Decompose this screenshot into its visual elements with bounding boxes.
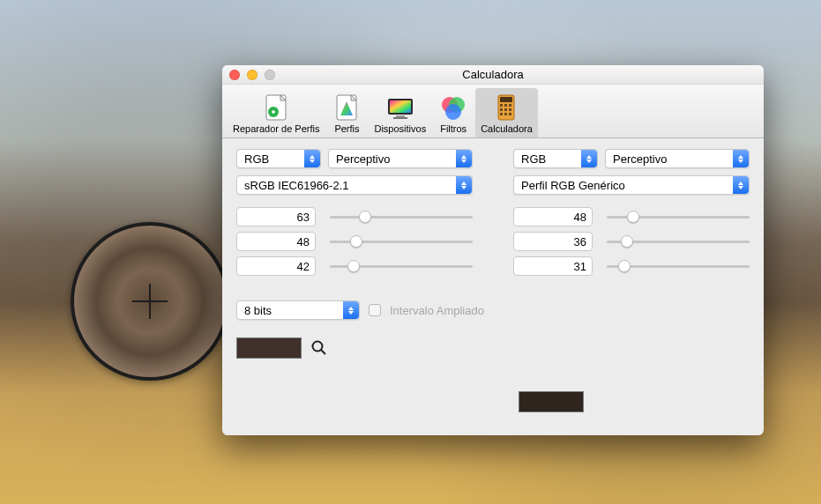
zoom-icon — [265, 70, 275, 80]
target-color-swatch — [519, 391, 584, 412]
titlebar: Calculadora — [222, 65, 764, 85]
profile-first-aid-icon — [259, 92, 293, 123]
toolbar-label: Calculadora — [481, 123, 533, 134]
target-profile-select[interactable]: Perfil RGB Genérico — [513, 175, 750, 195]
eyedropper-button[interactable] — [310, 339, 328, 357]
select-value: Perceptivo — [336, 152, 390, 166]
bit-depth-select[interactable]: 8 bits — [236, 300, 360, 320]
extended-range-checkbox[interactable] — [369, 304, 381, 316]
target-column: RGB Perceptivo Perfil RGB Genérico 48 3 — [513, 149, 750, 276]
toolbar-item-profiles[interactable]: Perfis — [325, 88, 369, 137]
color-loupe[interactable] — [71, 222, 229, 381]
svg-rect-18 — [500, 113, 503, 115]
toolbar-item-profile-first-aid[interactable]: Reparador de Perfis — [228, 88, 325, 137]
profiles-icon — [330, 92, 363, 123]
toolbar-label: Reparador de Perfis — [233, 123, 319, 134]
select-value: sRGB IEC61966-2.1 — [244, 179, 349, 192]
target-value-1-input[interactable]: 36 — [513, 232, 593, 251]
calculator-window: Calculadora Reparador de Perfis Perfis D… — [222, 65, 764, 435]
source-column: RGB Perceptivo sRGB IEC61966-2.1 63 48 — [236, 149, 473, 276]
filters-icon — [437, 92, 470, 123]
source-value-0-slider[interactable] — [330, 208, 473, 226]
select-value: 8 bits — [244, 304, 272, 317]
toolbar-label: Filtros — [440, 123, 466, 134]
svg-rect-19 — [504, 113, 507, 115]
source-intent-select[interactable]: Perceptivo — [328, 149, 473, 168]
svg-rect-20 — [509, 113, 511, 115]
source-color-swatch — [236, 337, 302, 359]
toolbar-item-calculator[interactable]: Calculadora — [475, 88, 538, 137]
extended-range-label: Intervalo Ampliado — [390, 304, 484, 317]
toolbar-label: Perfis — [334, 123, 359, 134]
svg-rect-17 — [509, 108, 511, 111]
target-value-1-slider[interactable] — [607, 233, 750, 250]
source-value-1-slider[interactable] — [330, 233, 473, 250]
svg-rect-12 — [500, 104, 503, 107]
target-value-2-slider[interactable] — [607, 257, 750, 275]
select-value: Perfil RGB Genérico — [521, 179, 625, 192]
source-value-2-input[interactable]: 42 — [236, 256, 316, 276]
calculator-icon — [489, 92, 523, 123]
target-mode-select[interactable]: RGB — [513, 149, 598, 168]
svg-rect-13 — [504, 104, 507, 107]
svg-rect-4 — [390, 100, 411, 113]
toolbar-item-devices[interactable]: Dispositivos — [369, 88, 431, 137]
source-value-0-input[interactable]: 63 — [236, 207, 316, 226]
minimize-icon[interactable] — [247, 70, 257, 80]
source-profile-select[interactable]: sRGB IEC61966-2.1 — [236, 175, 473, 195]
svg-point-9 — [445, 104, 461, 120]
select-value: RGB — [244, 152, 269, 166]
svg-rect-6 — [393, 117, 407, 119]
toolbar: Reparador de Perfis Perfis Dispositivos … — [222, 85, 764, 138]
devices-icon — [384, 92, 417, 123]
svg-rect-5 — [396, 115, 405, 117]
toolbar-item-filters[interactable]: Filtros — [431, 88, 475, 137]
target-intent-select[interactable]: Perceptivo — [605, 149, 750, 168]
svg-rect-11 — [500, 97, 512, 102]
select-value: RGB — [521, 152, 546, 166]
svg-rect-14 — [509, 104, 511, 107]
svg-point-21 — [313, 342, 323, 352]
svg-line-22 — [321, 350, 325, 354]
target-value-0-input[interactable]: 48 — [513, 207, 593, 226]
target-value-0-slider[interactable] — [607, 208, 750, 226]
target-value-2-input[interactable]: 31 — [513, 256, 593, 276]
window-title: Calculadora — [462, 68, 523, 81]
magnifier-icon — [310, 339, 328, 357]
svg-rect-16 — [504, 108, 507, 111]
close-icon[interactable] — [229, 70, 240, 80]
toolbar-label: Dispositivos — [374, 123, 426, 134]
source-value-1-input[interactable]: 48 — [236, 232, 316, 251]
source-value-2-slider[interactable] — [330, 257, 473, 275]
content: RGB Perceptivo sRGB IEC61966-2.1 63 48 — [222, 138, 764, 435]
select-value: Perceptivo — [613, 152, 667, 166]
source-mode-select[interactable]: RGB — [236, 149, 321, 168]
svg-rect-15 — [500, 108, 503, 111]
